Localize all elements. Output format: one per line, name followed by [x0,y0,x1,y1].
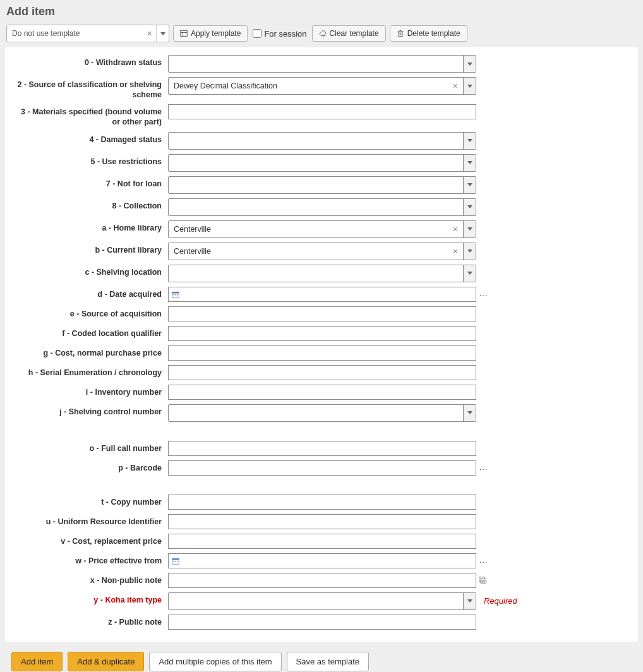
label-copy-number: t - Copy number [11,495,168,508]
input-copy-number[interactable] [168,495,476,510]
label-date-acquired: d - Date acquired [11,287,168,300]
input-source-acquisition[interactable] [168,306,476,321]
svg-rect-0 [181,31,188,37]
input-barcode[interactable] [168,460,476,476]
input-non-public-note[interactable] [168,573,476,588]
clear-icon[interactable]: × [453,224,458,234]
form-icon[interactable] [479,577,487,584]
chevron-down-icon[interactable] [463,243,476,260]
input-cost-replacement[interactable] [168,534,476,549]
input-public-note[interactable] [168,615,476,630]
calendar-icon[interactable] [172,291,179,298]
input-inventory-number[interactable] [168,385,476,400]
trash-icon [397,30,404,37]
svg-rect-13 [175,294,176,296]
chevron-down-icon[interactable] [156,25,169,42]
svg-rect-19 [177,561,178,562]
delete-template-button[interactable]: Delete template [390,25,467,42]
template-select-value: Do not use template [12,29,80,38]
select-current-library[interactable]: Centerville× [168,243,476,260]
label-koha-item-type: y - Koha item type [11,592,168,606]
select-home-library[interactable]: Centerville× [168,220,476,238]
chevron-down-icon[interactable] [463,78,476,94]
label-not-for-loan: 7 - Not for loan [11,176,168,189]
label-use-restrictions: 5 - Use restrictions [11,154,168,167]
clear-icon[interactable]: × [453,81,458,91]
label-classification-source: 2 - Source of classification or shelving… [11,77,168,100]
item-form-panel: 0 - Withdrawn status 2 - Source of class… [5,47,638,642]
input-date-acquired[interactable] [168,287,476,302]
label-inventory-number: i - Inventory number [11,385,168,398]
template-select[interactable]: Do not use template × [6,25,169,42]
for-session-checkbox[interactable]: For session [253,29,306,39]
for-session-input[interactable] [253,29,261,38]
input-materials-specified[interactable] [168,104,476,119]
label-materials-specified: 3 - Materials specified (bound volume or… [11,104,168,127]
chevron-down-icon[interactable] [463,199,476,215]
chevron-down-icon[interactable] [463,56,476,72]
chevron-down-icon[interactable] [463,133,476,149]
select-collection[interactable] [168,198,476,216]
svg-rect-11 [172,292,179,293]
chevron-down-icon[interactable] [463,265,476,282]
chevron-down-icon[interactable] [463,155,476,171]
select-classification-source[interactable]: Dewey Decimal Classification× [168,77,476,95]
chevron-down-icon[interactable] [463,593,476,609]
input-uri[interactable] [168,514,476,529]
label-uri: u - Uniform Resource Identifier [11,514,168,527]
label-withdrawn-status: 0 - Withdrawn status [11,55,168,68]
add-multiple-button[interactable]: Add multiple copies of this item [149,652,281,671]
required-indicator: Required [484,596,517,606]
label-public-note: z - Public note [11,615,168,628]
price-effective-picker-button[interactable]: … [479,555,488,567]
calendar-icon[interactable] [172,557,179,565]
clear-icon[interactable]: × [147,28,152,39]
select-use-restrictions[interactable] [168,154,476,172]
barcode-picker-button[interactable]: … [479,462,488,474]
svg-marker-3 [319,30,326,36]
label-home-library: a - Home library [11,220,168,234]
page-title: Add item [6,5,639,18]
chevron-down-icon[interactable] [463,177,476,193]
apply-template-label: Apply template [191,29,241,38]
svg-rect-12 [173,294,174,296]
label-shelving-control-number: j - Shelving control number [11,404,168,417]
select-koha-item-type[interactable] [168,592,476,610]
add-item-button[interactable]: Add item [11,652,63,671]
label-damaged-status: 4 - Damaged status [11,132,168,145]
label-collection: 8 - Collection [11,198,168,212]
input-full-call-number[interactable] [168,441,476,456]
label-source-acquisition: e - Source of acquisition [11,306,168,320]
label-full-call-number: o - Full call number [11,441,168,454]
label-coded-location-qualifier: f - Coded location qualifier [11,326,168,339]
input-serial-enumeration[interactable] [168,365,476,380]
chevron-down-icon[interactable] [463,221,476,237]
label-shelving-location: c - Shelving location [11,265,168,278]
input-cost-normal[interactable] [168,345,476,361]
label-cost-replacement: v - Cost, replacement price [11,534,168,547]
label-non-public-note: x - Non-public note [11,573,168,586]
clear-template-button[interactable]: Clear template [312,25,386,42]
select-withdrawn-status[interactable] [168,55,476,73]
date-acquired-picker-button[interactable]: … [479,288,488,301]
select-shelving-location[interactable] [168,265,476,282]
layout-icon [180,30,188,37]
label-barcode: p - Barcode [11,460,168,474]
svg-rect-18 [175,561,176,562]
select-damaged-status[interactable] [168,132,476,150]
clear-template-label: Clear template [330,29,379,38]
save-template-button[interactable]: Save as template [287,652,369,671]
eraser-icon [319,30,327,37]
label-cost-normal: g - Cost, normal purchase price [11,345,168,359]
label-current-library: b - Current library [11,243,168,256]
input-price-effective-from[interactable] [168,553,476,568]
add-duplicate-button[interactable]: Add & duplicate [68,652,144,671]
apply-template-button[interactable]: Apply template [173,25,248,42]
chevron-down-icon[interactable] [463,405,476,421]
input-coded-location-qualifier[interactable] [168,326,476,341]
for-session-label: For session [264,29,306,39]
select-shelving-control-number[interactable] [168,404,476,422]
clear-icon[interactable]: × [453,246,458,256]
select-not-for-loan[interactable] [168,176,476,194]
svg-rect-14 [177,294,178,296]
